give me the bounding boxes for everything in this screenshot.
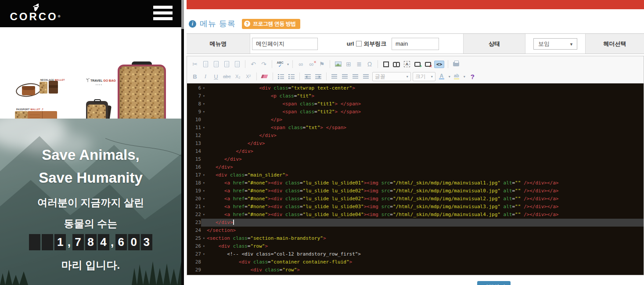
table-icon[interactable]: ⊞ [344, 59, 353, 69]
fold-arrow-icon[interactable] [201, 132, 207, 140]
bold-icon[interactable]: B [191, 72, 199, 81]
code-line[interactable]: 21▾ <a href="#none"><div class="lu_slide… [187, 203, 644, 211]
italic-icon[interactable]: I [201, 72, 210, 81]
image-icon[interactable] [334, 59, 342, 69]
spellcheck-caret-icon[interactable]: ▾ [287, 62, 289, 66]
source-button[interactable]: <> [434, 61, 444, 68]
fold-arrow-icon[interactable]: ▾ [201, 124, 207, 132]
code-line[interactable]: 23 </div> [187, 219, 644, 227]
highlight-caret-icon[interactable]: ▾ [464, 75, 465, 79]
text-color-caret-icon[interactable]: ▾ [449, 75, 450, 79]
code-line[interactable]: 14 </div> [187, 148, 644, 155]
fold-arrow-icon[interactable]: ▾ [201, 242, 207, 250]
fold-arrow-icon[interactable]: ▾ [201, 195, 207, 203]
fold-arrow-icon[interactable] [201, 227, 207, 234]
paste-text-icon[interactable] [222, 59, 231, 69]
code-line[interactable]: 18▾ <a href="#none"><div class="lu_slide… [187, 179, 644, 187]
code-line[interactable]: 30 <div class="col-12 col-lg-7"> [187, 274, 644, 275]
cut-icon[interactable]: ✂ [191, 59, 199, 69]
select-all-icon[interactable]: A [403, 59, 411, 69]
preview-scrollbar-thumb[interactable] [181, 0, 184, 29]
align-justify-icon[interactable] [362, 72, 371, 81]
code-line[interactable]: 27▾ <!-- <div class="col-12 brandstory_r… [187, 250, 644, 258]
bullet-list-icon[interactable] [287, 72, 296, 81]
font-size-select[interactable]: 크기▾ [413, 72, 435, 81]
superscript-icon[interactable]: X² [244, 72, 253, 81]
copy-icon[interactable] [201, 59, 210, 69]
redo-icon[interactable]: ↷ [259, 59, 268, 69]
remove-format-icon[interactable] [260, 72, 269, 81]
fold-arrow-icon[interactable] [201, 266, 207, 274]
fold-arrow-icon[interactable] [201, 219, 207, 227]
unlink-icon[interactable]: ∞✕ [307, 59, 316, 69]
paste-word-icon[interactable] [233, 59, 241, 69]
align-left-icon[interactable] [330, 72, 339, 81]
url-input[interactable] [392, 38, 439, 50]
font-family-select[interactable]: 글꼴▾ [372, 72, 411, 81]
link-icon[interactable]: ∞ [296, 59, 305, 69]
code-line[interactable]: 15 </div> [187, 155, 644, 163]
fold-arrow-icon[interactable] [201, 148, 207, 155]
fold-arrow-icon[interactable]: ▾ [201, 84, 207, 92]
paste-icon[interactable] [212, 59, 220, 69]
code-line[interactable]: 28 <div class="container container-fluid… [187, 258, 644, 266]
anchor-flag-icon[interactable]: ⚑ [317, 59, 326, 69]
brand-logo[interactable]: CORCO® [10, 3, 62, 25]
fold-arrow-icon[interactable] [201, 274, 207, 275]
align-right-icon[interactable] [351, 72, 360, 81]
fold-arrow-icon[interactable]: ▾ [201, 211, 207, 219]
undo-icon[interactable]: ↶ [249, 59, 258, 69]
code-line[interactable]: 25▾<section class="section-main-brandsto… [187, 234, 644, 242]
fold-arrow-icon[interactable] [201, 116, 207, 124]
code-line[interactable]: 19▾ <a href="#none"><div class="lu_slide… [187, 187, 644, 195]
fold-arrow-icon[interactable]: ▾ [201, 250, 207, 258]
code-line[interactable]: 7▾ <p class="tit"> [187, 92, 644, 100]
text-color-icon[interactable]: A [437, 72, 446, 81]
code-line[interactable]: 24</section> [187, 227, 644, 234]
about-help-icon[interactable]: ? [471, 73, 475, 80]
code-line[interactable]: 9▾ <span class="tit2"> </span> [187, 108, 644, 116]
code-line[interactable]: 20▾ <a href="#none"><div class="lu_slide… [187, 195, 644, 203]
align-center-icon[interactable] [341, 72, 349, 81]
fold-arrow-icon[interactable]: ▾ [201, 179, 207, 187]
code-line[interactable]: 29 <div class="row"> [187, 266, 644, 274]
code-line[interactable]: 6▾ <div class="txtwrap text-center"> [187, 84, 644, 92]
fold-arrow-icon[interactable] [201, 140, 207, 148]
fold-arrow-icon[interactable]: ▾ [201, 203, 207, 211]
print-icon[interactable] [452, 59, 461, 69]
code-line[interactable]: 16 </div> [187, 163, 644, 171]
code-line[interactable]: 11▾ <span class="txt"> </span> [187, 124, 644, 132]
spellcheck-icon[interactable]: ABC✓ [276, 59, 284, 69]
fold-arrow-icon[interactable] [201, 258, 207, 266]
fold-arrow-icon[interactable] [201, 163, 207, 171]
new-page-icon[interactable]: + [413, 59, 422, 69]
underline-icon[interactable]: U [212, 72, 220, 81]
subscript-icon[interactable]: X₂ [234, 72, 242, 81]
fold-arrow-icon[interactable]: ▾ [201, 187, 207, 195]
save-button[interactable]: 저장하기 [477, 281, 511, 285]
remove-page-icon[interactable]: ✕ [424, 59, 432, 69]
status-select[interactable]: 보임 ▼ [533, 38, 577, 50]
code-line[interactable]: 10 </p> [187, 116, 644, 124]
fold-arrow-icon[interactable]: ▾ [201, 108, 207, 116]
fold-arrow-icon[interactable] [201, 155, 207, 163]
product-slider[interactable]: NECKLACE WALLET PASSPORT WALLET .7 TRAVE… [0, 27, 181, 119]
fold-arrow-icon[interactable]: ▾ [201, 234, 207, 242]
program-link-help-button[interactable]: ? 프로그램 연동 방법 [242, 19, 300, 29]
maximize-icon[interactable] [381, 59, 390, 69]
code-line[interactable]: 12 </div> [187, 132, 644, 140]
code-line[interactable]: 13 </div> [187, 140, 644, 148]
code-line[interactable]: 22▾ <a href="#none"><div class="lu_slide… [187, 211, 644, 219]
code-line[interactable]: 17▾ <div class="main_slider"> [187, 171, 644, 179]
strikethrough-icon[interactable]: abc [222, 72, 232, 81]
menu-name-input[interactable] [252, 38, 318, 50]
find-replace-icon[interactable] [392, 59, 401, 69]
source-code-area[interactable]: 6▾ <div class="txtwrap text-center">7▾ <… [187, 83, 644, 275]
code-line[interactable]: 8▾ <span class="tit1"> </span> [187, 100, 644, 108]
numbered-list-icon[interactable] [277, 72, 285, 81]
external-link-checkbox[interactable] [356, 41, 362, 47]
outdent-icon[interactable] [303, 72, 312, 81]
menu-icon[interactable] [153, 6, 173, 21]
code-line[interactable]: 26▾ <div class="row"> [187, 242, 644, 250]
fold-arrow-icon[interactable]: ▾ [201, 100, 207, 108]
